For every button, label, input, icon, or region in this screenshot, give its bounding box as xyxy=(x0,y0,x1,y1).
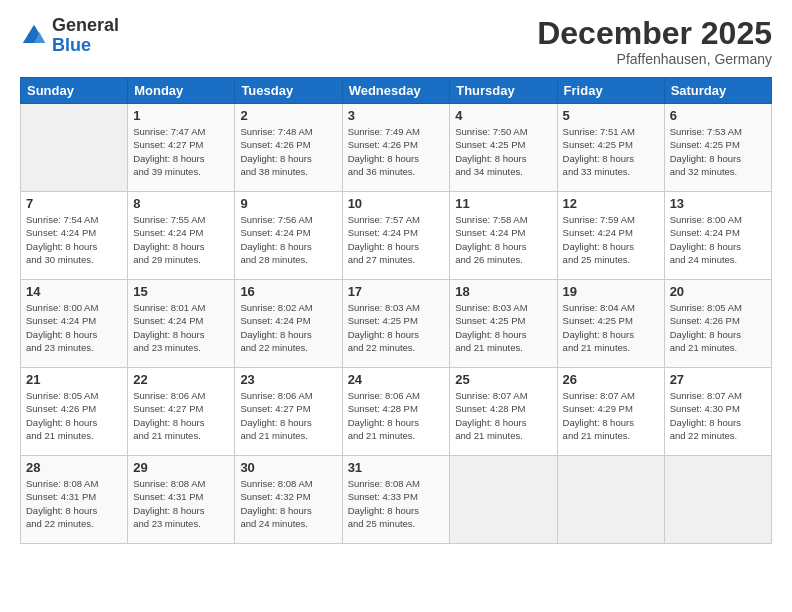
header-tuesday: Tuesday xyxy=(235,78,342,104)
header-monday: Monday xyxy=(128,78,235,104)
week-row-5: 28Sunrise: 8:08 AMSunset: 4:31 PMDayligh… xyxy=(21,456,772,544)
day-number: 14 xyxy=(26,284,122,299)
calendar-cell: 5Sunrise: 7:51 AMSunset: 4:25 PMDaylight… xyxy=(557,104,664,192)
calendar-cell: 7Sunrise: 7:54 AMSunset: 4:24 PMDaylight… xyxy=(21,192,128,280)
day-number: 29 xyxy=(133,460,229,475)
day-info: Sunrise: 8:04 AMSunset: 4:25 PMDaylight:… xyxy=(563,301,659,354)
calendar-cell: 26Sunrise: 8:07 AMSunset: 4:29 PMDayligh… xyxy=(557,368,664,456)
day-info: Sunrise: 8:00 AMSunset: 4:24 PMDaylight:… xyxy=(26,301,122,354)
day-info: Sunrise: 8:08 AMSunset: 4:31 PMDaylight:… xyxy=(133,477,229,530)
calendar-cell: 27Sunrise: 8:07 AMSunset: 4:30 PMDayligh… xyxy=(664,368,771,456)
calendar-cell: 16Sunrise: 8:02 AMSunset: 4:24 PMDayligh… xyxy=(235,280,342,368)
day-info: Sunrise: 7:54 AMSunset: 4:24 PMDaylight:… xyxy=(26,213,122,266)
logo: General Blue xyxy=(20,16,119,56)
calendar-cell: 6Sunrise: 7:53 AMSunset: 4:25 PMDaylight… xyxy=(664,104,771,192)
header-wednesday: Wednesday xyxy=(342,78,450,104)
week-row-2: 7Sunrise: 7:54 AMSunset: 4:24 PMDaylight… xyxy=(21,192,772,280)
day-number: 3 xyxy=(348,108,445,123)
location-subtitle: Pfaffenhausen, Germany xyxy=(537,51,772,67)
day-info: Sunrise: 8:01 AMSunset: 4:24 PMDaylight:… xyxy=(133,301,229,354)
month-title: December 2025 xyxy=(537,16,772,51)
week-row-4: 21Sunrise: 8:05 AMSunset: 4:26 PMDayligh… xyxy=(21,368,772,456)
day-number: 21 xyxy=(26,372,122,387)
day-number: 7 xyxy=(26,196,122,211)
day-number: 15 xyxy=(133,284,229,299)
calendar-cell: 21Sunrise: 8:05 AMSunset: 4:26 PMDayligh… xyxy=(21,368,128,456)
day-info: Sunrise: 8:07 AMSunset: 4:30 PMDaylight:… xyxy=(670,389,766,442)
calendar-cell: 13Sunrise: 8:00 AMSunset: 4:24 PMDayligh… xyxy=(664,192,771,280)
logo-icon xyxy=(20,22,48,50)
weekday-header-row: Sunday Monday Tuesday Wednesday Thursday… xyxy=(21,78,772,104)
day-number: 31 xyxy=(348,460,445,475)
calendar-cell xyxy=(450,456,557,544)
calendar-cell xyxy=(557,456,664,544)
day-info: Sunrise: 7:51 AMSunset: 4:25 PMDaylight:… xyxy=(563,125,659,178)
calendar-cell: 22Sunrise: 8:06 AMSunset: 4:27 PMDayligh… xyxy=(128,368,235,456)
calendar-cell: 8Sunrise: 7:55 AMSunset: 4:24 PMDaylight… xyxy=(128,192,235,280)
day-number: 2 xyxy=(240,108,336,123)
day-info: Sunrise: 8:05 AMSunset: 4:26 PMDaylight:… xyxy=(26,389,122,442)
day-info: Sunrise: 7:55 AMSunset: 4:24 PMDaylight:… xyxy=(133,213,229,266)
day-number: 1 xyxy=(133,108,229,123)
day-number: 20 xyxy=(670,284,766,299)
calendar-cell: 25Sunrise: 8:07 AMSunset: 4:28 PMDayligh… xyxy=(450,368,557,456)
day-info: Sunrise: 7:50 AMSunset: 4:25 PMDaylight:… xyxy=(455,125,551,178)
calendar-cell: 9Sunrise: 7:56 AMSunset: 4:24 PMDaylight… xyxy=(235,192,342,280)
day-info: Sunrise: 7:49 AMSunset: 4:26 PMDaylight:… xyxy=(348,125,445,178)
day-number: 13 xyxy=(670,196,766,211)
calendar-cell: 1Sunrise: 7:47 AMSunset: 4:27 PMDaylight… xyxy=(128,104,235,192)
calendar-cell: 20Sunrise: 8:05 AMSunset: 4:26 PMDayligh… xyxy=(664,280,771,368)
header-friday: Friday xyxy=(557,78,664,104)
calendar-cell: 19Sunrise: 8:04 AMSunset: 4:25 PMDayligh… xyxy=(557,280,664,368)
calendar-cell xyxy=(664,456,771,544)
day-info: Sunrise: 8:05 AMSunset: 4:26 PMDaylight:… xyxy=(670,301,766,354)
day-info: Sunrise: 8:08 AMSunset: 4:32 PMDaylight:… xyxy=(240,477,336,530)
calendar-cell: 31Sunrise: 8:08 AMSunset: 4:33 PMDayligh… xyxy=(342,456,450,544)
day-number: 16 xyxy=(240,284,336,299)
header-saturday: Saturday xyxy=(664,78,771,104)
page: General Blue December 2025 Pfaffenhausen… xyxy=(0,0,792,612)
day-number: 17 xyxy=(348,284,445,299)
day-info: Sunrise: 8:08 AMSunset: 4:33 PMDaylight:… xyxy=(348,477,445,530)
day-info: Sunrise: 7:56 AMSunset: 4:24 PMDaylight:… xyxy=(240,213,336,266)
day-number: 27 xyxy=(670,372,766,387)
day-number: 8 xyxy=(133,196,229,211)
calendar-table: Sunday Monday Tuesday Wednesday Thursday… xyxy=(20,77,772,544)
day-info: Sunrise: 8:02 AMSunset: 4:24 PMDaylight:… xyxy=(240,301,336,354)
calendar-cell: 30Sunrise: 8:08 AMSunset: 4:32 PMDayligh… xyxy=(235,456,342,544)
day-info: Sunrise: 7:47 AMSunset: 4:27 PMDaylight:… xyxy=(133,125,229,178)
day-info: Sunrise: 7:59 AMSunset: 4:24 PMDaylight:… xyxy=(563,213,659,266)
day-number: 11 xyxy=(455,196,551,211)
day-info: Sunrise: 7:57 AMSunset: 4:24 PMDaylight:… xyxy=(348,213,445,266)
calendar-cell: 17Sunrise: 8:03 AMSunset: 4:25 PMDayligh… xyxy=(342,280,450,368)
day-info: Sunrise: 8:06 AMSunset: 4:27 PMDaylight:… xyxy=(240,389,336,442)
week-row-1: 1Sunrise: 7:47 AMSunset: 4:27 PMDaylight… xyxy=(21,104,772,192)
logo-line2: Blue xyxy=(52,36,119,56)
day-number: 18 xyxy=(455,284,551,299)
calendar-cell: 29Sunrise: 8:08 AMSunset: 4:31 PMDayligh… xyxy=(128,456,235,544)
logo-line1: General xyxy=(52,16,119,36)
day-number: 10 xyxy=(348,196,445,211)
calendar-cell: 23Sunrise: 8:06 AMSunset: 4:27 PMDayligh… xyxy=(235,368,342,456)
day-info: Sunrise: 8:07 AMSunset: 4:28 PMDaylight:… xyxy=(455,389,551,442)
day-number: 24 xyxy=(348,372,445,387)
day-info: Sunrise: 8:00 AMSunset: 4:24 PMDaylight:… xyxy=(670,213,766,266)
day-number: 23 xyxy=(240,372,336,387)
calendar-cell: 14Sunrise: 8:00 AMSunset: 4:24 PMDayligh… xyxy=(21,280,128,368)
day-number: 5 xyxy=(563,108,659,123)
day-info: Sunrise: 7:48 AMSunset: 4:26 PMDaylight:… xyxy=(240,125,336,178)
calendar-cell: 10Sunrise: 7:57 AMSunset: 4:24 PMDayligh… xyxy=(342,192,450,280)
day-number: 26 xyxy=(563,372,659,387)
day-number: 25 xyxy=(455,372,551,387)
calendar-cell: 12Sunrise: 7:59 AMSunset: 4:24 PMDayligh… xyxy=(557,192,664,280)
day-number: 30 xyxy=(240,460,336,475)
calendar-cell: 2Sunrise: 7:48 AMSunset: 4:26 PMDaylight… xyxy=(235,104,342,192)
header-thursday: Thursday xyxy=(450,78,557,104)
calendar-cell: 18Sunrise: 8:03 AMSunset: 4:25 PMDayligh… xyxy=(450,280,557,368)
day-number: 4 xyxy=(455,108,551,123)
calendar-cell xyxy=(21,104,128,192)
calendar-cell: 15Sunrise: 8:01 AMSunset: 4:24 PMDayligh… xyxy=(128,280,235,368)
title-block: December 2025 Pfaffenhausen, Germany xyxy=(537,16,772,67)
day-number: 12 xyxy=(563,196,659,211)
day-info: Sunrise: 8:07 AMSunset: 4:29 PMDaylight:… xyxy=(563,389,659,442)
